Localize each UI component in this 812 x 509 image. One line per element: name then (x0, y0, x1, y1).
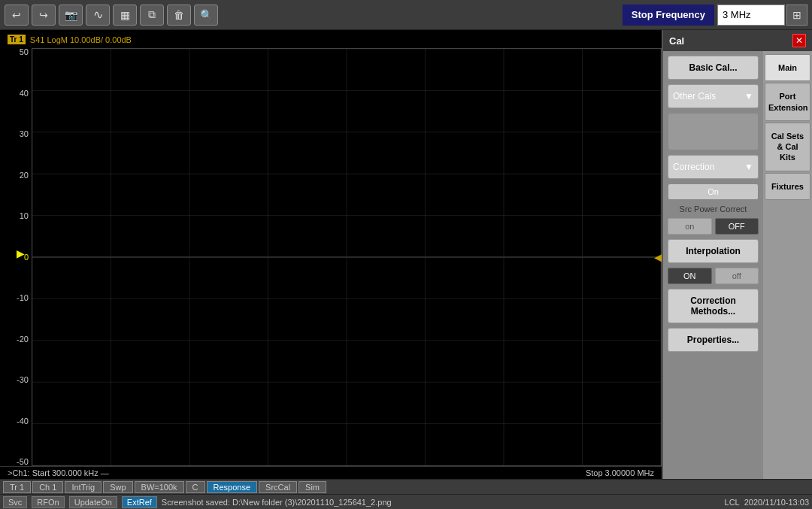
y-label-neg40: -40 (17, 417, 29, 426)
cal-tab-cal-sets[interactable]: Cal Sets & Cal Kits (765, 123, 810, 171)
cal-tab-fixtures[interactable]: Fixtures (765, 173, 810, 200)
screenshot-message: Screenshot saved: D:\New folder (3)\2020… (162, 498, 392, 507)
other-cals-dropdown-icon: ▼ (744, 91, 753, 101)
correction-button[interactable]: Correction ▼ (668, 155, 759, 179)
zero-marker-left: ▶ (17, 248, 25, 259)
zoom-icon: 🔍 (200, 9, 213, 21)
y-label-neg10: -10 (17, 294, 29, 302)
camera-icon: 📷 (65, 9, 77, 21)
src-power-on-button[interactable]: on (668, 218, 712, 235)
y-label-10: 10 (20, 212, 29, 220)
y-label-neg30: -30 (17, 376, 29, 384)
freq-input[interactable] (717, 5, 785, 26)
status-bar: Svc RFOn UpdateOn ExtRef Screenshot save… (0, 494, 812, 509)
other-cals-label: Other Cals (673, 91, 716, 101)
chart-grid (32, 49, 661, 465)
delete-button[interactable]: 🗑 (167, 5, 191, 26)
trace-badge: Tr 1 (8, 35, 26, 44)
status-extref: ExtRef (122, 496, 157, 508)
src-power-label: Src Power Correct (668, 205, 759, 214)
chart-area: Tr 1 S41 LogM 10.00dB/ 0.00dB 50 40 30 2… (0, 30, 662, 479)
cal-content: Basic Cal... Other Cals ▼ Correction ▼ O… (663, 51, 812, 479)
properties-button[interactable]: Properties... (668, 328, 759, 352)
redo-icon: ↪ (39, 9, 48, 21)
undo-icon: ↩ (12, 9, 21, 21)
redo-button[interactable]: ↪ (32, 5, 56, 26)
status-svc: Svc (3, 496, 27, 508)
correction-on-button[interactable]: On (668, 183, 759, 200)
correction-label: Correction (673, 162, 714, 172)
copy-button[interactable]: ⧉ (140, 5, 164, 26)
freq-label: Stop Frequency (623, 5, 714, 26)
chart-body: 50 40 30 20 10 0 ▶ -10 -20 -30 -40 -50 (0, 48, 662, 466)
y-label-neg20: -20 (17, 335, 29, 344)
btab-sim[interactable]: Sim (298, 481, 326, 493)
delete-icon: 🗑 (174, 9, 184, 21)
y-label-40: 40 (20, 89, 29, 98)
src-power-off-button[interactable]: OFF (715, 218, 759, 235)
chart-status-left: >Ch1: Start 300.000 kHz — (8, 468, 109, 477)
correction-methods-button[interactable]: Correction Methods... (668, 289, 759, 323)
btab-bw[interactable]: BW=100k (135, 481, 184, 493)
y-label-30: 30 (20, 130, 29, 138)
y-label-50: 50 (20, 48, 29, 56)
status-rfon: RFOn (32, 496, 64, 508)
toolbar: ↩ ↪ 📷 ∿ ▦ ⧉ 🗑 🔍 Stop Frequency ⊞ (0, 0, 812, 30)
status-time: 2020/11/10-13:03 (744, 498, 809, 507)
freq-unit-button[interactable]: ⊞ (786, 5, 807, 26)
interp-on-button[interactable]: ON (668, 268, 712, 284)
display-button[interactable]: ▦ (113, 5, 137, 26)
wave-button[interactable]: ∿ (86, 5, 110, 26)
status-lcl: LCL (725, 498, 740, 507)
btab-swp[interactable]: Swp (103, 481, 132, 493)
cal-close-button[interactable]: ✕ (792, 34, 806, 47)
correction-dropdown-icon: ▼ (744, 162, 753, 172)
btab-c[interactable]: C (186, 481, 205, 493)
grid-container[interactable]: ◀ (32, 48, 662, 466)
interpolation-button[interactable]: Interpolation (668, 239, 759, 263)
status-updateon: UpdateOn (69, 496, 117, 508)
main-area: Tr 1 S41 LogM 10.00dB/ 0.00dB 50 40 30 2… (0, 30, 812, 479)
chart-title: Tr 1 S41 LogM 10.00dB/ 0.00dB (8, 35, 132, 44)
basic-cal-button[interactable]: Basic Cal... (668, 56, 759, 80)
chart-status: >Ch1: Start 300.000 kHz — Stop 3.00000 M… (0, 466, 662, 479)
cal-right-tabs: Main Port Extension Cal Sets & Cal Kits … (763, 51, 812, 479)
snapshot-button[interactable]: 📷 (59, 5, 83, 26)
interp-off-button[interactable]: off (715, 268, 759, 284)
zoom-button[interactable]: 🔍 (194, 5, 218, 26)
y-label-20: 20 (20, 171, 29, 180)
other-cals-button[interactable]: Other Cals ▼ (668, 84, 759, 108)
cal-title: Cal (669, 35, 684, 47)
cal-tab-main[interactable]: Main (765, 54, 810, 81)
display-icon: ▦ (120, 9, 130, 21)
btab-tr1[interactable]: Tr 1 (3, 481, 31, 493)
interpolation-toggle: ON off (668, 268, 759, 284)
cal-tab-port-extension[interactable]: Port Extension (765, 83, 810, 121)
cal-panel: Cal ✕ Basic Cal... Other Cals ▼ Correcti… (662, 30, 812, 479)
chart-status-right: Stop 3.00000 MHz (586, 468, 654, 477)
cal-header: Cal ✕ (663, 30, 812, 51)
btab-ch1[interactable]: Ch 1 (32, 481, 63, 493)
grid-icon: ⊞ (792, 9, 801, 21)
y-label-0: 0 ▶ (24, 253, 29, 262)
y-label-neg50: -50 (17, 458, 29, 466)
src-power-toggle: on OFF (668, 218, 759, 235)
btab-response[interactable]: Response (207, 481, 258, 493)
cal-buttons-area: Basic Cal... Other Cals ▼ Correction ▼ O… (663, 51, 763, 479)
disabled-area (668, 113, 759, 150)
undo-button[interactable]: ↩ (5, 5, 29, 26)
trace-label: S41 LogM 10.00dB/ 0.00dB (30, 35, 132, 44)
btab-inttrig[interactable]: IntTrig (65, 481, 102, 493)
y-axis: 50 40 30 20 10 0 ▶ -10 -20 -30 -40 -50 (0, 48, 32, 466)
freq-input-wrap: ⊞ (717, 5, 807, 26)
btab-srccal[interactable]: SrcCal (259, 481, 297, 493)
copy-icon: ⧉ (148, 8, 156, 21)
bottom-tabs: Tr 1 Ch 1 IntTrig Swp BW=100k C Response… (0, 479, 812, 494)
wave-icon: ∿ (93, 8, 103, 22)
